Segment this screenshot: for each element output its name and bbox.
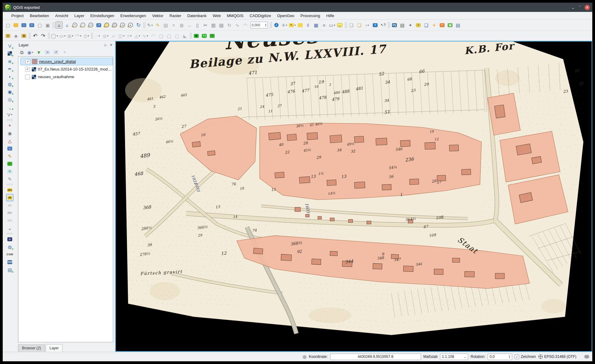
copy-features-button[interactable]: ▥ — [210, 21, 217, 29]
add-ogr-database-button[interactable]: ◍ — [4, 32, 12, 39]
menu-bearbeiten[interactable]: Bearbeiten — [27, 13, 52, 19]
multi-edit-tool-button[interactable]: ✎ — [6, 175, 13, 183]
open-layer-styling-button[interactable]: ⧉ — [18, 49, 25, 56]
identify-features-button[interactable]: i — [273, 21, 280, 29]
coordinate-input[interactable]: 4430269.9,5515557.6 — [330, 354, 421, 360]
menu-mmqgis[interactable]: MMQGIS — [224, 13, 246, 19]
check-geometries-button[interactable]: △ — [6, 137, 13, 144]
add-spatialite-layer-button[interactable]: ✒+ — [6, 65, 13, 72]
toolbar-overflow-button[interactable]: ⌄ — [6, 224, 13, 232]
grass-tools-button[interactable]: C — [6, 160, 13, 167]
label-disabled-button[interactable]: ab — [6, 202, 13, 209]
zoom-to-layer-button[interactable] — [111, 21, 118, 29]
zoom-next-button[interactable]: ▸ — [127, 21, 134, 29]
new-print-composer-button[interactable]: ▢ — [36, 21, 43, 29]
menu-raster[interactable]: Raster — [166, 13, 184, 19]
close-panel-icon[interactable]: ✕ — [110, 43, 113, 47]
menu-vektor[interactable]: Vektor — [149, 13, 166, 19]
open-project-button[interactable] — [12, 21, 20, 29]
refresh-map-button[interactable]: ↻ — [135, 21, 142, 29]
zoom-to-selection-button[interactable] — [103, 21, 110, 29]
menu-project[interactable]: Project — [8, 13, 27, 19]
cad-arc-button[interactable]: ◠▾ — [75, 32, 82, 39]
zoom-native-button[interactable]: 1:1 — [87, 21, 94, 29]
cad-point-capture-button[interactable]: + — [6, 122, 13, 129]
layer-visibility-checkbox[interactable]: ✓ — [25, 67, 30, 72]
current-edits-button[interactable]: ✎▾ — [146, 21, 153, 29]
reshape-features-button[interactable]: ◌▾ — [94, 32, 101, 39]
layer-visibility-checkbox[interactable]: ✓ — [25, 59, 30, 64]
run-feature-action-button[interactable]: ✳▾ — [281, 21, 288, 29]
messages-icon[interactable] — [584, 355, 589, 359]
web-service-plus-button[interactable]: ◍+ — [6, 243, 13, 250]
add-wms-layer-button[interactable]: ◍+ — [6, 80, 13, 88]
render-checkbox[interactable]: ✓ Zeichnen — [515, 355, 536, 359]
menu-erweiterungen[interactable]: Erweiterungen — [117, 13, 149, 19]
install-plugin-button[interactable]: + — [415, 21, 422, 29]
announce-tool-button[interactable]: ◆ — [12, 32, 20, 39]
cad-circle-button[interactable]: ◯▾ — [51, 32, 58, 39]
map-tips-button[interactable] — [336, 21, 344, 29]
deselect-all-button[interactable] — [297, 21, 304, 29]
plugin-layers-button[interactable]: ❑ — [423, 21, 430, 29]
select-by-expression-button[interactable]: ε — [305, 21, 312, 29]
menu-layer[interactable]: Layer — [71, 13, 87, 19]
georef-zoom-button[interactable]: ◉ — [193, 32, 200, 39]
save-map-image-button[interactable]: ▤ — [454, 21, 462, 29]
save-layer-edits-button[interactable]: ▤ — [162, 21, 169, 29]
layer-item[interactable]: neuses_uraufnahme — [20, 73, 113, 81]
topology-checker-button[interactable]: ◇ — [6, 145, 13, 152]
zoom-last-button[interactable]: ◂ — [119, 21, 126, 29]
menu-einstellungen[interactable]: Einstellungen — [87, 13, 117, 19]
trace-digitize-button[interactable]: ◬▾ — [134, 32, 141, 39]
openlayers-plugin-button[interactable]: ▦ — [446, 21, 454, 29]
whats-this-button[interactable]: ↖? — [379, 21, 387, 29]
field-calculator-button[interactable]: ≡ — [320, 21, 328, 29]
add-wcs-layer-button[interactable]: ◉+ — [6, 88, 13, 95]
filter-legend-button[interactable]: ▼ — [35, 49, 42, 56]
add-raster-layer-button[interactable]: + — [6, 50, 13, 57]
add-delimited-text-button[interactable]: ,+ — [6, 103, 13, 111]
menu-caddigitize[interactable]: CADDigitize — [246, 13, 274, 19]
help-contents-button[interactable]: ? — [371, 21, 379, 29]
label-abc-button[interactable]: abc — [6, 186, 13, 194]
zoom-out-button[interactable]: − — [79, 21, 87, 29]
label-pin-button[interactable]: ab — [6, 194, 13, 201]
rotate-feature-button[interactable]: ↻ — [226, 21, 233, 29]
gamepad-tool-button[interactable]: ▱ — [110, 32, 117, 39]
collapse-all-button[interactable]: ↗ — [53, 49, 59, 56]
node-tool-button[interactable]: ⌗ — [170, 21, 177, 29]
new-bookmark-button[interactable]: ❏ — [348, 21, 355, 29]
zoom-full-button[interactable]: ↗ — [95, 21, 102, 29]
offset-spin-button[interactable]: 0,000▲▼ — [249, 21, 269, 29]
expand-all-button[interactable]: ↘ — [44, 49, 51, 56]
rotation-spinbox[interactable]: 0,0 ▲▼ — [488, 354, 512, 360]
menu-ansicht[interactable]: Ansicht — [52, 13, 71, 19]
spin-arrows-icon[interactable]: ▲▼ — [508, 355, 510, 359]
redo-button[interactable]: ↷ — [39, 32, 47, 39]
split-features-button[interactable]: ∿ — [234, 21, 241, 29]
add-feature-button[interactable]: ◍ — [178, 21, 185, 29]
csw-catalog-button[interactable]: CSW — [6, 251, 13, 258]
add-vector-layer-button[interactable]: V+ — [6, 42, 13, 49]
fill-ring-button[interactable]: ◎▾ — [102, 32, 109, 39]
log-messages-button[interactable]: ▤ — [399, 21, 406, 29]
close-button[interactable]: ✕ — [585, 5, 590, 10]
options-sun-button[interactable]: ☀ — [431, 21, 438, 29]
crs-status[interactable]: EPSG:31468 (OTF) — [538, 355, 576, 359]
avoid-intersections-button[interactable]: ◫▾ — [118, 32, 125, 39]
add-mssql-layer-button[interactable]: ◗+ — [6, 73, 13, 80]
tracking-icon[interactable]: ◎ — [303, 354, 306, 359]
open-attribute-table-button[interactable]: ▦ — [312, 21, 320, 29]
new-project-button[interactable]: ▢ — [4, 21, 12, 29]
georef-identify-button[interactable]: ↖i — [201, 32, 208, 39]
paste-features-button[interactable]: ▤ — [218, 21, 225, 29]
layer-item[interactable]: ✓07_Ex.Neus.32014-10-15-102226_modif… — [20, 65, 113, 73]
setup-tools-button[interactable]: ✦ — [407, 21, 414, 29]
layer-visibility-checkbox[interactable] — [25, 75, 30, 79]
menu-opengeo[interactable]: OpenGeo — [274, 13, 297, 19]
composer-manager-button[interactable]: ▣ — [44, 21, 51, 29]
python-console-button[interactable]: Py — [391, 21, 398, 29]
save-project-as-button[interactable]: + — [28, 21, 35, 29]
tab-browser-2-[interactable]: Browser (2) — [18, 344, 45, 352]
